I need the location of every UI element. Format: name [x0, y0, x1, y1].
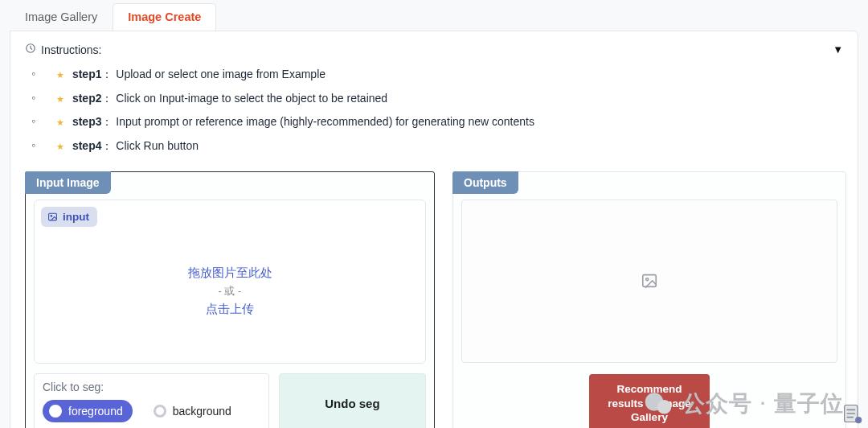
step-sep: ： — [101, 68, 113, 80]
star-icon — [56, 68, 64, 82]
recommend-button[interactable]: Recommend results to Image Gallery — [589, 374, 710, 428]
input-chip: input — [41, 207, 97, 227]
svg-rect-3 — [643, 275, 657, 287]
step-text: Click Run button — [116, 139, 199, 152]
seg-label: Click to seg: — [43, 381, 260, 393]
image-icon — [47, 212, 58, 222]
radio-background[interactable]: background — [147, 400, 241, 422]
instructions-title: Instructions: — [41, 43, 101, 56]
upload-or-text: - 或 - — [219, 284, 242, 298]
instruction-step: step4： Click Run button — [31, 134, 843, 158]
step-label: step1 — [72, 68, 102, 80]
star-icon — [56, 140, 64, 154]
image-placeholder-icon — [641, 272, 658, 290]
step-label: step3 — [72, 115, 102, 128]
clock-icon — [25, 43, 36, 56]
collapse-icon[interactable]: ▼ — [833, 43, 843, 56]
radio-dot-icon — [154, 405, 166, 418]
undo-seg-button[interactable]: Undo seg — [279, 373, 426, 428]
upload-drop-text: 拖放图片至此处 — [188, 265, 272, 281]
instruction-step: step3： Input prompt or reference image (… — [31, 110, 843, 134]
input-chip-label: input — [63, 211, 89, 223]
step-sep: ： — [101, 92, 113, 105]
radio-dot-icon — [49, 405, 62, 418]
upload-box[interactable]: input 拖放图片至此处 - 或 - 点击上传 — [34, 200, 426, 364]
radio-foreground-label: foreground — [68, 405, 123, 418]
step-sep: ： — [101, 139, 113, 152]
document-corner-icon — [841, 402, 863, 425]
tab-bar: Image Gallery Image Create — [0, 0, 868, 31]
tab-image-gallery[interactable]: Image Gallery — [10, 3, 113, 31]
step-sep: ： — [101, 115, 113, 128]
instructions-header[interactable]: Instructions: ▼ — [25, 43, 843, 56]
step-label: step4 — [72, 139, 102, 152]
image-create-panel: Instructions: ▼ step1： Upload or select … — [10, 31, 858, 428]
instruction-step: step1： Upload or select one image from E… — [31, 63, 843, 87]
svg-point-2 — [51, 215, 52, 216]
radio-foreground[interactable]: foreground — [43, 400, 133, 422]
star-icon — [56, 93, 64, 106]
outputs-title: Outputs — [452, 171, 518, 194]
upload-instructions[interactable]: 拖放图片至此处 - 或 - 点击上传 — [41, 227, 419, 356]
step-text: Input prompt or reference image (highly-… — [116, 115, 534, 128]
input-image-title: Input Image — [25, 171, 111, 194]
radio-background-label: background — [173, 405, 231, 418]
svg-rect-1 — [49, 213, 57, 220]
tab-image-create[interactable]: Image Create — [113, 3, 216, 31]
instructions-list: step1： Upload or select one image from E… — [25, 63, 843, 158]
recommend-line2: results to Image — [608, 397, 691, 409]
step-text: Click on Input-image to select the objec… — [116, 92, 387, 105]
instruction-step: step2： Click on Input-image to select th… — [31, 87, 843, 111]
output-image-box — [461, 200, 837, 363]
step-text: Upload or select one image from Example — [116, 68, 326, 80]
recommend-line1: Recommend — [616, 383, 682, 395]
step-label: step2 — [72, 92, 102, 105]
outputs-panel: Outputs Recommend results to Image Galle… — [452, 171, 846, 428]
input-image-panel: Input Image input 拖放图片至此处 - 或 - 点击上传 — [25, 171, 435, 428]
svg-point-8 — [856, 418, 862, 423]
segmentation-controls: Click to seg: foreground background — [34, 373, 269, 428]
svg-point-4 — [646, 278, 649, 281]
upload-click-text: 点击上传 — [206, 302, 254, 317]
recommend-line3: Gallery — [631, 411, 668, 423]
star-icon — [56, 117, 64, 130]
